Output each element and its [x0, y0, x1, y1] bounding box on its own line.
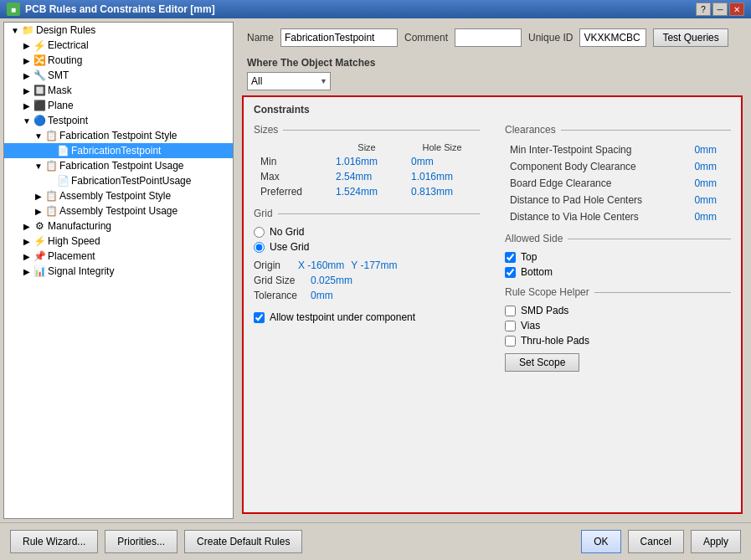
tree-item-smt[interactable]: ▶ 🔧 SMT: [4, 68, 233, 83]
origin-y-value[interactable]: Y -177mm: [351, 259, 397, 271]
expander-assembly-usage[interactable]: ▶: [33, 205, 44, 217]
expander-assembly-style[interactable]: ▶: [33, 190, 44, 202]
help-button[interactable]: ?: [696, 3, 711, 16]
grid-section: Grid No Grid Use Grid: [254, 208, 480, 325]
use-grid-radio[interactable]: [254, 242, 265, 253]
test-queries-button[interactable]: Test Queries: [653, 28, 728, 47]
expander-signal-integrity[interactable]: ▶: [21, 265, 33, 277]
tree-item-high-speed[interactable]: ▶ ⚡ High Speed: [4, 234, 233, 249]
top-checkbox[interactable]: [505, 252, 516, 263]
tree-item-assembly-usage[interactable]: ▶ 📋 Assembly Testpoint Usage: [4, 203, 233, 218]
use-grid-row: Use Grid: [254, 239, 480, 254]
allowed-side-title: Allowed Side: [505, 233, 731, 244]
bottom-label: Bottom: [521, 266, 553, 278]
set-scope-button[interactable]: Set Scope: [505, 353, 579, 372]
minimize-button[interactable]: ─: [712, 3, 728, 16]
right-constraints: Clearances Min Inter-Testpoint Spacing 0…: [505, 124, 731, 372]
expander-high-speed[interactable]: ▶: [21, 235, 33, 247]
expander-electrical[interactable]: ▶: [21, 39, 33, 51]
table-row: Distance to Pad Hole Centers 0mm: [507, 193, 729, 208]
constraints-inner: Sizes Size Hole Size Min: [254, 124, 731, 372]
constraints-box: Constraints Sizes Size Hole Size: [242, 95, 743, 514]
cancel-button[interactable]: Cancel: [628, 530, 684, 553]
tree-item-mask[interactable]: ▶ 🔲 Mask: [4, 83, 233, 98]
grid-size-value[interactable]: 0.025mm: [311, 275, 352, 286]
expander-testpoint[interactable]: ▼: [21, 115, 33, 126]
expander-fabricationtestpoint: [44, 145, 56, 157]
tree-item-signal-integrity[interactable]: ▶ 📊 Signal Integrity: [4, 264, 233, 279]
signal-icon: 📊: [33, 265, 46, 278]
fab-style-icon: 📋: [44, 129, 58, 142]
smd-pads-checkbox[interactable]: [505, 306, 516, 316]
tree-item-manufacturing[interactable]: ▶ ⚙ Manufacturing: [4, 218, 233, 234]
clearance-pad-label: Distance to Pad Hole Centers: [507, 193, 689, 208]
thru-hole-checkbox[interactable]: [505, 336, 516, 347]
expander-manufacturing[interactable]: ▶: [21, 220, 33, 232]
expander-design-rules[interactable]: ▼: [9, 24, 21, 36]
tree-item-electrical[interactable]: ▶ ⚡ Electrical: [4, 38, 233, 53]
name-label: Name: [247, 32, 274, 44]
expander-fab-style[interactable]: ▼: [33, 130, 44, 141]
create-default-button[interactable]: Create Default Rules: [184, 530, 302, 553]
expander-mask[interactable]: ▶: [21, 85, 33, 96]
origin-x-value[interactable]: X -160mm: [298, 259, 344, 271]
allow-testpoint-label: Allow testpoint under component: [270, 311, 415, 323]
tree-item-fabricationtestpoint[interactable]: 📄 FabricationTestpoint: [4, 143, 233, 158]
clearance-board-label: Board Edge Clearance: [507, 176, 689, 191]
apply-button[interactable]: Apply: [691, 530, 741, 553]
size-row-pref-size[interactable]: 1.524mm: [329, 184, 404, 199]
expander-smt[interactable]: ▶: [21, 69, 33, 81]
uniqueid-input[interactable]: [579, 28, 646, 47]
ok-button[interactable]: OK: [581, 530, 620, 553]
expander-plane[interactable]: ▶: [21, 100, 33, 111]
tree-item-fab-usage[interactable]: ▼ 📋 Fabrication Testpoint Usage: [4, 158, 233, 173]
manufacturing-icon: ⚙: [33, 219, 46, 233]
clearance-board-value[interactable]: 0mm: [691, 176, 729, 191]
tree-item-testpoint[interactable]: ▼ 🔵 Testpoint: [4, 113, 233, 128]
top-label: Top: [521, 251, 537, 263]
no-grid-row: No Grid: [254, 224, 480, 239]
clearance-pad-value[interactable]: 0mm: [691, 193, 729, 208]
size-row-pref-hole[interactable]: 0.813mm: [404, 184, 480, 199]
tree-item-fab-usage-rule[interactable]: 📄 FabricationTestPointUsage: [4, 173, 233, 188]
thru-hole-label: Thru-hole Pads: [521, 335, 589, 347]
table-row: Max 2.54mm 1.016mm: [254, 169, 480, 184]
no-grid-radio[interactable]: [254, 227, 265, 238]
tree-item-routing[interactable]: ▶ 🔀 Routing: [4, 53, 233, 68]
size-row-min-size[interactable]: 1.016mm: [329, 154, 404, 169]
all-dropdown[interactable]: All: [247, 72, 331, 90]
tolerance-value[interactable]: 0mm: [311, 290, 333, 301]
tree-item-fab-style[interactable]: ▼ 📋 Fabrication Testpoint Style: [4, 128, 233, 143]
expander-fab-usage-rule: [44, 175, 56, 187]
comment-input[interactable]: [455, 28, 522, 47]
clearance-inter-value[interactable]: 0mm: [691, 142, 729, 157]
assembly-usage-icon: 📋: [44, 204, 58, 218]
plane-icon: ⬛: [33, 99, 46, 112]
size-row-min-hole[interactable]: 0mm: [404, 154, 480, 169]
vias-checkbox[interactable]: [505, 321, 516, 331]
name-input[interactable]: [280, 28, 398, 47]
clearance-body-value[interactable]: 0mm: [691, 159, 729, 174]
size-row-max-size[interactable]: 2.54mm: [329, 169, 404, 184]
tree-item-assembly-style[interactable]: ▶ 📋 Assembly Testpoint Style: [4, 188, 233, 203]
app-icon: ■: [7, 3, 20, 16]
expander-placement[interactable]: ▶: [21, 250, 33, 262]
grid-size-row: Grid Size 0.025mm: [254, 273, 480, 288]
bottom-checkbox[interactable]: [505, 267, 516, 278]
radio-group: No Grid Use Grid: [254, 224, 480, 254]
clearance-via-value[interactable]: 0mm: [691, 209, 729, 224]
allow-testpoint-checkbox[interactable]: [254, 312, 265, 323]
size-row-max-hole[interactable]: 1.016mm: [404, 169, 480, 184]
tree-item-placement[interactable]: ▶ 📌 Placement: [4, 249, 233, 264]
priorities-button[interactable]: Priorities...: [105, 530, 177, 553]
tree-item-design-rules[interactable]: ▼ 📁 Design Rules: [4, 23, 233, 38]
expander-fab-usage[interactable]: ▼: [33, 160, 44, 172]
expander-routing[interactable]: ▶: [21, 54, 33, 66]
rule-wizard-button[interactable]: Rule Wizard...: [10, 530, 98, 553]
clearance-via-label: Distance to Via Hole Centers: [507, 209, 689, 224]
table-row: Preferred 1.524mm 0.813mm: [254, 184, 480, 199]
table-row: Distance to Via Hole Centers 0mm: [507, 209, 729, 224]
close-button[interactable]: ✕: [729, 3, 744, 16]
tree-item-plane[interactable]: ▶ ⬛ Plane: [4, 98, 233, 113]
all-dropdown-wrapper[interactable]: All: [247, 72, 331, 90]
